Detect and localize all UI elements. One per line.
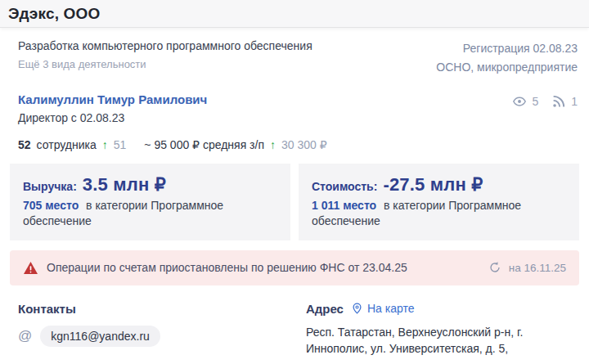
stats-row: 52 сотрудника ↑ 51 ~ 95 000 ₽ средняя з/… [10,138,579,151]
up-arrow-icon: ↑ [270,138,276,151]
worth-rank-link[interactable]: 1 011 место [312,199,376,212]
more-activities-link[interactable]: Ещё 3 вида деятельности [18,58,312,70]
metric-cards: Выручка: 3.5 млн ₽ 705 место в категории… [10,164,579,240]
address-title: Адрес [306,302,344,316]
revenue-label: Выручка: [23,180,77,193]
revenue-card: Выручка: 3.5 млн ₽ 705 место в категории… [10,164,290,240]
views-count: 5 [532,95,538,108]
registration-block: Регистрация 02.08.23 ОСНО, микропредприя… [436,39,578,77]
main-content: Разработка компьютерного программного об… [0,28,589,357]
location-pin-icon [351,302,363,315]
warning-date: на 16.11.25 [509,262,566,274]
worth-card: Стоимость: -27.5 млн ₽ 1 011 место в кат… [299,164,579,240]
revenue-rank-link[interactable]: 705 место [23,199,79,212]
at-icon: @ [18,328,32,344]
revenue-value: 3.5 млн ₽ [83,174,166,195]
activity-registration-row: Разработка компьютерного программного об… [10,39,579,77]
fns-warning-banner: Операции по счетам приостановлены по реш… [10,250,579,285]
main-activity: Разработка компьютерного программного об… [18,39,312,52]
salary-change: 30 300 ₽ [281,138,327,151]
views-counter[interactable]: 5 [512,94,538,109]
director-row: Калимуллин Тимур Рамилович Директор с 02… [10,92,579,124]
warning-triangle-icon [23,261,38,275]
address-block: Адрес На карте Респ. Татарстан, Верхнеус… [306,302,579,357]
map-link[interactable]: На карте [351,302,415,315]
rss-icon [551,94,566,109]
page-header: Эдэкс, ООО [0,0,589,28]
registration-date: Регистрация 02.08.23 [436,39,578,58]
tax-regime: ОСНО, микропредприятие [436,58,578,77]
worth-label: Стоимость: [312,180,377,193]
contacts-address-section: Контакты @ kgn116@yandex.ru Адрес На кар… [10,302,579,357]
warning-text: Операции по счетам приостановлены по реш… [47,261,407,274]
contacts-title: Контакты [18,302,306,316]
company-title: Эдэкс, ООО [8,5,101,23]
employees-label: сотрудника [37,138,97,151]
refresh-icon[interactable] [488,261,501,274]
address-text: Респ. Татарстан, Верхнеуслонский р-н, г.… [306,325,569,357]
contacts-block: Контакты @ kgn116@yandex.ru [10,302,306,357]
subscribe-counter[interactable]: 1 [551,94,578,109]
worth-value: -27.5 млн ₽ [383,174,483,195]
salary-text: ~ 95 000 ₽ средняя з/п [144,138,264,151]
director-position: Директор с 02.08.23 [18,111,207,124]
counters-block: 5 1 [512,94,578,109]
subscriptions-count: 1 [571,95,578,108]
email-link[interactable]: kgn116@yandex.ru [40,326,160,347]
activity-block: Разработка компьютерного программного об… [18,39,312,77]
map-link-label: На карте [367,302,415,315]
director-block: Калимуллин Тимур Рамилович Директор с 02… [18,92,207,124]
up-arrow-icon: ↑ [102,138,108,151]
employees-count: 52 [18,138,31,151]
employees-change: 51 [114,138,127,151]
director-name-link[interactable]: Калимуллин Тимур Рамилович [18,92,207,106]
eye-icon [512,94,527,109]
